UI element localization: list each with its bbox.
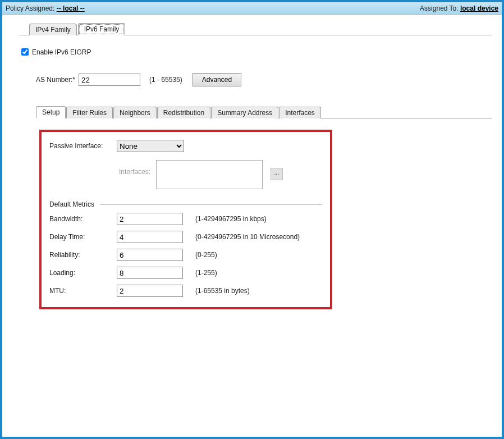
assigned-to-link[interactable]: local device [460,4,498,12]
subtab-setup[interactable]: Setup [36,106,66,118]
mtu-hint: (1-65535 in bytes) [195,287,250,295]
content-area: IPv4 Family IPv6 Family Enable IPv6 EIGR… [2,15,502,321]
interfaces-label: Interfaces: [49,160,156,176]
mtu-row: MTU: (1-65535 in bytes) [49,285,322,297]
delay-hint: (0-4294967295 in 10 Microsecond) [195,233,300,241]
delay-input[interactable] [117,231,183,243]
app-frame: Policy Assigned: -- local -- Assigned To… [0,0,504,439]
loading-row: Loading: (1-255) [49,267,322,279]
bandwidth-label: Bandwidth: [49,215,117,223]
reliability-label: Reliability: [49,251,117,259]
passive-interface-select[interactable]: None [117,140,184,152]
as-number-input[interactable] [79,74,140,86]
interfaces-listbox[interactable] [156,160,263,189]
enable-ipv6-eigrp-label: Enable IPv6 EIGRP [32,48,91,56]
setup-highlight-box: Passive Interface: None Interfaces: ... [39,130,332,309]
subtabstrip: Setup Filter Rules Neighbors Redistribut… [36,106,492,118]
interfaces-row: Interfaces: ... [49,160,322,189]
enable-ipv6-eigrp-checkbox[interactable] [21,48,29,56]
subtab-panel: Passive Interface: None Interfaces: ... [36,118,492,321]
family-tab-panel: Enable IPv6 EIGRP AS Number:* (1 - 65535… [19,35,492,321]
as-number-row: AS Number:* (1 - 65535) Advanced [36,73,492,86]
default-metrics-title: Default Metrics [49,200,94,208]
passive-interface-label: Passive Interface: [49,142,117,150]
title-bar: Policy Assigned: -- local -- Assigned To… [2,2,502,15]
as-number-label: AS Number:* [36,76,75,84]
policy-assigned-link[interactable]: -- local -- [57,4,85,12]
default-metrics-header: Default Metrics [49,200,322,208]
advanced-button[interactable]: Advanced [193,73,241,86]
family-tabstrip: IPv4 Family IPv6 Family [29,22,492,35]
bandwidth-row: Bandwidth: (1-4294967295 in kbps) [49,213,322,225]
enable-ipv6-eigrp-row: Enable IPv6 EIGRP [19,47,492,57]
subtab-interfaces[interactable]: Interfaces [279,107,321,118]
policy-assigned: Policy Assigned: -- local -- [6,4,85,12]
tab-ipv4-family[interactable]: IPv4 Family [29,24,77,35]
policy-assigned-label: Policy Assigned: [6,4,54,12]
reliability-row: Reliability: (0-255) [49,249,322,261]
loading-label: Loading: [49,269,117,277]
subtab-summary-address[interactable]: Summary Address [211,107,278,118]
as-number-hint: (1 - 65535) [149,76,182,84]
subtab-filter-rules[interactable]: Filter Rules [66,107,113,118]
subtab-neighbors[interactable]: Neighbors [113,107,157,118]
mtu-input[interactable] [117,285,183,297]
assigned-to-label: Assigned To: [420,4,459,12]
subtabs-wrap: Setup Filter Rules Neighbors Redistribut… [36,106,492,321]
setup-body: Passive Interface: None Interfaces: ... [36,118,492,321]
bandwidth-hint: (1-4294967295 in kbps) [195,215,267,223]
passive-interface-row: Passive Interface: None [49,140,322,152]
delay-row: Delay Time: (0-4294967295 in 10 Microsec… [49,231,322,243]
reliability-hint: (0-255) [195,251,217,259]
loading-input[interactable] [117,267,183,279]
assigned-to: Assigned To: local device [420,4,498,12]
bandwidth-input[interactable] [117,213,183,225]
mtu-label: MTU: [49,287,117,295]
default-metrics-divider [100,204,322,205]
subtab-redistribution[interactable]: Redistribution [157,107,210,118]
reliability-input[interactable] [117,249,183,261]
delay-label: Delay Time: [49,233,117,241]
interfaces-browse-button[interactable]: ... [271,168,283,180]
loading-hint: (1-255) [195,269,217,277]
tab-ipv6-family[interactable]: IPv6 Family [78,23,126,35]
